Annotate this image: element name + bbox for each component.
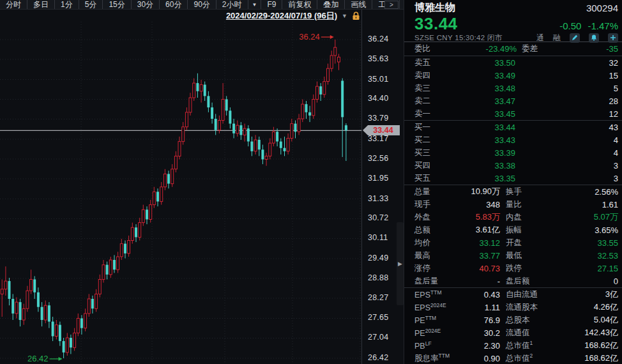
- fundamental-value: 1.11: [454, 303, 500, 312]
- stat-row[interactable]: 涨停40.73跌停27.15: [404, 262, 622, 275]
- buy-order-row[interactable]: 买四33.383: [404, 159, 622, 172]
- fundamental-row[interactable]: 股息率TTM0.90总市值2168.62亿: [404, 352, 622, 364]
- add-icon[interactable]: [608, 33, 618, 43]
- order-price: 33.35: [453, 174, 515, 183]
- sell-order-row[interactable]: 卖一33.4512: [404, 107, 622, 120]
- market-tags: 通 融: [536, 33, 618, 43]
- fundamental-label: EPSTTM: [414, 289, 454, 300]
- order-level-label: 买五: [414, 173, 453, 184]
- stock-name: 博雅生物: [414, 1, 455, 15]
- order-quantity: 32: [515, 58, 618, 68]
- toolbar-item-4[interactable]: 15分: [103, 0, 131, 9]
- fundamental-row[interactable]: PBLF2.30总市值1168.62亿: [404, 339, 622, 352]
- stat-label: 均价: [414, 238, 454, 248]
- stat-value: 10.90万: [454, 186, 500, 197]
- order-price: 33.48: [453, 84, 515, 93]
- sell-order-row[interactable]: 卖二33.4728: [404, 95, 622, 107]
- fundamental-row[interactable]: PETTM76.9总股本5.04亿: [404, 314, 622, 326]
- axis-tick-label: 31.33: [368, 194, 388, 203]
- toolbar-item-1[interactable]: 多日: [27, 0, 55, 9]
- toolbar-item-8[interactable]: 2小时: [216, 0, 248, 9]
- fundamental-row[interactable]: EPSTTM0.43自由流通3亿: [404, 288, 622, 301]
- tag-rong[interactable]: 融: [553, 33, 561, 43]
- lock-icon[interactable]: [352, 11, 360, 20]
- gridlines: [0, 22, 361, 364]
- stat-label: 涨停: [414, 263, 454, 274]
- toolbar-item-12[interactable]: 叠加: [317, 0, 345, 9]
- high-annotation: 36.24: [299, 32, 334, 42]
- fundamental-value: 0.43: [454, 290, 500, 300]
- fundamental-value: 4.26亿: [538, 301, 618, 313]
- order-price: 33.47: [453, 96, 515, 106]
- price-axis: 33.44 36.2435.6335.0134.4033.7933.1732.5…: [361, 0, 397, 364]
- toolbar-item-11[interactable]: 前复权: [282, 0, 317, 9]
- stat-row[interactable]: 均价33.12开盘33.55: [404, 236, 622, 249]
- edit-icon[interactable]: [570, 33, 580, 43]
- fundamental-label: 总股本: [506, 315, 530, 326]
- buy-order-row[interactable]: 买三33.394: [404, 146, 622, 159]
- axis-tick-label: 33.17: [368, 134, 388, 143]
- sell-order-row[interactable]: 卖四33.4915: [404, 69, 622, 82]
- toolbar-item-6[interactable]: 60分: [160, 0, 188, 9]
- stat-label: 开盘: [506, 238, 522, 248]
- axis-tick-label: 36.24: [368, 34, 388, 43]
- sell-order-row[interactable]: 卖三33.485: [404, 82, 622, 95]
- order-level-label: 卖二: [414, 96, 453, 107]
- toolbar-item-5[interactable]: 30分: [132, 0, 160, 9]
- fundamental-row[interactable]: PE2024E30.2流通值142.43亿: [404, 326, 622, 339]
- toolbar-item-0[interactable]: 分时: [0, 0, 27, 9]
- fundamental-value: 5.04亿: [530, 314, 619, 326]
- sell-order-row[interactable]: 卖五33.5032: [404, 56, 622, 69]
- period-dropdown-icon[interactable]: ▼: [248, 0, 262, 9]
- stat-row[interactable]: 现手348量比1.61: [404, 198, 622, 211]
- axis-tick-label: 26.42: [368, 353, 388, 362]
- fundamental-label: 流通值: [506, 328, 530, 338]
- toolbar-items: 分时多日1分5分15分30分60分90分2小时▼F9前复权叠加画线工具: [0, 0, 404, 10]
- stat-label: 最低: [506, 250, 522, 261]
- order-level-label: 买四: [414, 160, 453, 171]
- toolbar-item-13[interactable]: 画线: [345, 0, 372, 9]
- fundamental-value: 76.9: [454, 315, 500, 325]
- buy-order-book: 买一33.4443买二33.434买三33.394买四33.383买五33.35…: [404, 120, 622, 185]
- tag-tong[interactable]: 通: [536, 33, 544, 43]
- stat-value: 33.12: [454, 238, 500, 248]
- stat-label: 盘后额: [506, 276, 530, 287]
- stat-row[interactable]: 盘后量-盘后额0: [404, 275, 622, 287]
- candlestick-chart[interactable]: 36.2426.42: [0, 0, 361, 364]
- order-price: 33.49: [453, 71, 515, 80]
- chevron-down-icon[interactable]: ▼: [342, 13, 347, 19]
- panel-collapse-handle[interactable]: ▶: [397, 222, 404, 305]
- stat-value: 3.61亿: [454, 224, 500, 236]
- order-level-label: 卖三: [414, 83, 453, 94]
- axis-tick-label: 28.27: [368, 293, 388, 302]
- axis-tick-label: 30.11: [368, 233, 388, 242]
- date-range[interactable]: 2024/02/29-2024/07/19 (96日): [226, 10, 337, 22]
- stat-row[interactable]: 总额3.61亿振幅3.65%: [404, 224, 622, 236]
- order-price: 33.43: [453, 135, 515, 145]
- buy-order-row[interactable]: 买一33.4443: [404, 121, 622, 133]
- fundamental-row[interactable]: EPS2024E1.11流通股本4.26亿: [404, 301, 622, 314]
- stat-value: 32.53: [522, 251, 618, 261]
- buy-order-row[interactable]: 买五33.353: [404, 172, 622, 185]
- toolbar-item-3[interactable]: 5分: [79, 0, 103, 9]
- stock-trading-app: 36.2426.42 33.44 36.2435.6335.0134.4033.…: [0, 0, 622, 364]
- axis-tick-label: 31.95: [368, 174, 388, 183]
- toolbar-overflow-button[interactable]: >: [384, 1, 398, 9]
- fundamental-value: 3亿: [538, 289, 618, 300]
- order-price: 33.38: [453, 161, 515, 171]
- stat-label: 总量: [414, 186, 454, 197]
- weibi-value: -23.49%: [453, 44, 517, 54]
- stat-row[interactable]: 最高33.77最低32.53: [404, 249, 622, 262]
- buy-order-row[interactable]: 买二33.434: [404, 133, 622, 146]
- fundamental-label: PBLF: [414, 340, 454, 351]
- alert-bell-icon[interactable]: [589, 33, 599, 43]
- toolbar: 分时多日1分5分15分30分60分90分2小时▼F9前复权叠加画线工具 > 20…: [0, 0, 404, 20]
- stat-row[interactable]: 总量10.90万换手2.56%: [404, 185, 622, 198]
- toolbar-item-2[interactable]: 1分: [55, 0, 79, 9]
- stat-row[interactable]: 外盘5.83万内盘5.07万: [404, 211, 622, 224]
- toolbar-item-7[interactable]: 90分: [188, 0, 216, 9]
- axis-tick-label: 32.56: [368, 154, 388, 163]
- fundamental-label: PE2024E: [414, 328, 454, 338]
- toolbar-item-10[interactable]: F9: [261, 0, 282, 9]
- fundamental-label: 股息率TTM: [414, 353, 454, 364]
